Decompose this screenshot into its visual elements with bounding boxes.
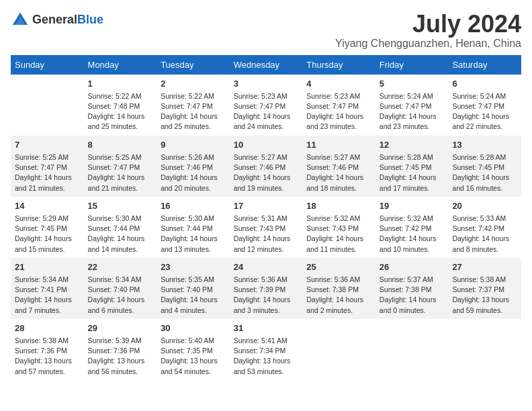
logo-icon xyxy=(11,11,30,30)
day-cell: 28Sunrise: 5:38 AM Sunset: 7:36 PM Dayli… xyxy=(11,319,84,380)
day-number: 19 xyxy=(380,200,445,212)
week-row: 7Sunrise: 5:25 AM Sunset: 7:47 PM Daylig… xyxy=(11,136,521,197)
day-info: Sunrise: 5:28 AM Sunset: 7:45 PM Dayligh… xyxy=(452,152,517,193)
day-cell xyxy=(11,75,84,136)
day-cell: 23Sunrise: 5:35 AM Sunset: 7:40 PM Dayli… xyxy=(157,258,230,319)
day-number: 20 xyxy=(452,200,517,212)
week-row: 21Sunrise: 5:34 AM Sunset: 7:41 PM Dayli… xyxy=(11,258,521,319)
day-info: Sunrise: 5:30 AM Sunset: 7:44 PM Dayligh… xyxy=(161,214,226,255)
day-info: Sunrise: 5:36 AM Sunset: 7:38 PM Dayligh… xyxy=(306,275,371,316)
day-cell: 2Sunrise: 5:22 AM Sunset: 7:47 PM Daylig… xyxy=(157,75,230,136)
day-cell: 8Sunrise: 5:25 AM Sunset: 7:47 PM Daylig… xyxy=(84,136,157,197)
week-row: 28Sunrise: 5:38 AM Sunset: 7:36 PM Dayli… xyxy=(11,319,521,380)
day-info: Sunrise: 5:30 AM Sunset: 7:44 PM Dayligh… xyxy=(88,214,153,255)
day-cell: 19Sunrise: 5:32 AM Sunset: 7:42 PM Dayli… xyxy=(375,197,449,258)
day-cell: 1Sunrise: 5:22 AM Sunset: 7:48 PM Daylig… xyxy=(84,75,157,136)
day-number: 1 xyxy=(88,78,153,90)
day-cell: 25Sunrise: 5:36 AM Sunset: 7:38 PM Dayli… xyxy=(302,258,375,319)
day-cell: 10Sunrise: 5:27 AM Sunset: 7:46 PM Dayli… xyxy=(230,136,303,197)
day-cell: 21Sunrise: 5:34 AM Sunset: 7:41 PM Dayli… xyxy=(11,258,84,319)
week-row: 1Sunrise: 5:22 AM Sunset: 7:48 PM Daylig… xyxy=(11,75,521,136)
day-cell: 31Sunrise: 5:41 AM Sunset: 7:34 PM Dayli… xyxy=(230,319,303,380)
day-number: 8 xyxy=(88,139,153,151)
day-info: Sunrise: 5:24 AM Sunset: 7:47 PM Dayligh… xyxy=(452,91,517,132)
day-cell: 22Sunrise: 5:34 AM Sunset: 7:40 PM Dayli… xyxy=(84,258,157,319)
day-info: Sunrise: 5:38 AM Sunset: 7:36 PM Dayligh… xyxy=(15,336,80,377)
day-cell: 11Sunrise: 5:27 AM Sunset: 7:46 PM Dayli… xyxy=(302,136,375,197)
header-day: Sunday xyxy=(11,55,84,75)
day-cell: 16Sunrise: 5:30 AM Sunset: 7:44 PM Dayli… xyxy=(157,197,230,258)
day-number: 31 xyxy=(234,322,299,334)
day-number: 10 xyxy=(234,139,299,151)
day-info: Sunrise: 5:29 AM Sunset: 7:45 PM Dayligh… xyxy=(15,214,80,255)
logo-general: GeneralBlue xyxy=(32,13,103,27)
day-info: Sunrise: 5:31 AM Sunset: 7:43 PM Dayligh… xyxy=(234,214,299,255)
day-info: Sunrise: 5:23 AM Sunset: 7:47 PM Dayligh… xyxy=(234,91,299,132)
day-cell: 14Sunrise: 5:29 AM Sunset: 7:45 PM Dayli… xyxy=(11,197,84,258)
day-cell: 13Sunrise: 5:28 AM Sunset: 7:45 PM Dayli… xyxy=(448,136,521,197)
day-info: Sunrise: 5:25 AM Sunset: 7:47 PM Dayligh… xyxy=(15,152,80,193)
day-number: 11 xyxy=(306,139,371,151)
day-number: 15 xyxy=(88,200,153,212)
day-number: 9 xyxy=(161,139,226,151)
day-number: 16 xyxy=(161,200,226,212)
header-day: Friday xyxy=(375,55,449,75)
day-cell: 27Sunrise: 5:38 AM Sunset: 7:37 PM Dayli… xyxy=(448,258,521,319)
day-number: 4 xyxy=(306,78,371,90)
day-number: 26 xyxy=(380,261,445,273)
day-info: Sunrise: 5:27 AM Sunset: 7:46 PM Dayligh… xyxy=(306,152,371,193)
day-number: 29 xyxy=(88,322,153,334)
day-info: Sunrise: 5:34 AM Sunset: 7:40 PM Dayligh… xyxy=(88,275,153,316)
day-info: Sunrise: 5:27 AM Sunset: 7:46 PM Dayligh… xyxy=(234,152,299,193)
day-number: 17 xyxy=(234,200,299,212)
day-number: 5 xyxy=(380,78,445,90)
header: GeneralBlue July 2024 Yiyang Chengguanzh… xyxy=(11,11,521,50)
header-day: Wednesday xyxy=(230,55,303,75)
day-number: 18 xyxy=(306,200,371,212)
day-number: 28 xyxy=(15,322,80,334)
day-info: Sunrise: 5:34 AM Sunset: 7:41 PM Dayligh… xyxy=(15,275,80,316)
day-cell xyxy=(448,319,521,380)
day-info: Sunrise: 5:26 AM Sunset: 7:46 PM Dayligh… xyxy=(161,152,226,193)
day-cell: 30Sunrise: 5:40 AM Sunset: 7:35 PM Dayli… xyxy=(157,319,230,380)
day-number: 21 xyxy=(15,261,80,273)
day-number: 14 xyxy=(15,200,80,212)
header-day: Thursday xyxy=(302,55,375,75)
day-number: 24 xyxy=(234,261,299,273)
day-number: 2 xyxy=(161,78,226,90)
day-info: Sunrise: 5:22 AM Sunset: 7:47 PM Dayligh… xyxy=(161,91,226,132)
day-info: Sunrise: 5:38 AM Sunset: 7:37 PM Dayligh… xyxy=(452,275,517,316)
day-info: Sunrise: 5:35 AM Sunset: 7:40 PM Dayligh… xyxy=(161,275,226,316)
day-number: 23 xyxy=(161,261,226,273)
location-title: Yiyang Chengguanzhen, Henan, China xyxy=(335,38,521,50)
day-number: 22 xyxy=(88,261,153,273)
day-cell: 15Sunrise: 5:30 AM Sunset: 7:44 PM Dayli… xyxy=(84,197,157,258)
header-day: Monday xyxy=(84,55,157,75)
day-number: 13 xyxy=(452,139,517,151)
header-row: SundayMondayTuesdayWednesdayThursdayFrid… xyxy=(11,55,521,75)
day-cell: 24Sunrise: 5:36 AM Sunset: 7:39 PM Dayli… xyxy=(230,258,303,319)
day-info: Sunrise: 5:39 AM Sunset: 7:36 PM Dayligh… xyxy=(88,336,153,377)
day-info: Sunrise: 5:37 AM Sunset: 7:38 PM Dayligh… xyxy=(380,275,445,316)
day-info: Sunrise: 5:28 AM Sunset: 7:45 PM Dayligh… xyxy=(380,152,445,193)
calendar-table: SundayMondayTuesdayWednesdayThursdayFrid… xyxy=(11,55,521,380)
logo: GeneralBlue xyxy=(11,11,103,30)
day-cell xyxy=(302,319,375,380)
day-info: Sunrise: 5:41 AM Sunset: 7:34 PM Dayligh… xyxy=(234,336,299,377)
day-number: 25 xyxy=(306,261,371,273)
day-number: 3 xyxy=(234,78,299,90)
day-cell: 4Sunrise: 5:23 AM Sunset: 7:47 PM Daylig… xyxy=(302,75,375,136)
day-cell: 9Sunrise: 5:26 AM Sunset: 7:46 PM Daylig… xyxy=(157,136,230,197)
day-cell: 20Sunrise: 5:33 AM Sunset: 7:42 PM Dayli… xyxy=(448,197,521,258)
day-info: Sunrise: 5:32 AM Sunset: 7:43 PM Dayligh… xyxy=(306,214,371,255)
day-number: 12 xyxy=(380,139,445,151)
day-info: Sunrise: 5:33 AM Sunset: 7:42 PM Dayligh… xyxy=(452,214,517,255)
day-info: Sunrise: 5:24 AM Sunset: 7:47 PM Dayligh… xyxy=(380,91,445,132)
day-cell: 6Sunrise: 5:24 AM Sunset: 7:47 PM Daylig… xyxy=(448,75,521,136)
day-cell: 26Sunrise: 5:37 AM Sunset: 7:38 PM Dayli… xyxy=(375,258,449,319)
day-info: Sunrise: 5:23 AM Sunset: 7:47 PM Dayligh… xyxy=(306,91,371,132)
month-title: July 2024 xyxy=(335,11,521,38)
day-number: 27 xyxy=(452,261,517,273)
day-cell: 29Sunrise: 5:39 AM Sunset: 7:36 PM Dayli… xyxy=(84,319,157,380)
day-cell: 7Sunrise: 5:25 AM Sunset: 7:47 PM Daylig… xyxy=(11,136,84,197)
